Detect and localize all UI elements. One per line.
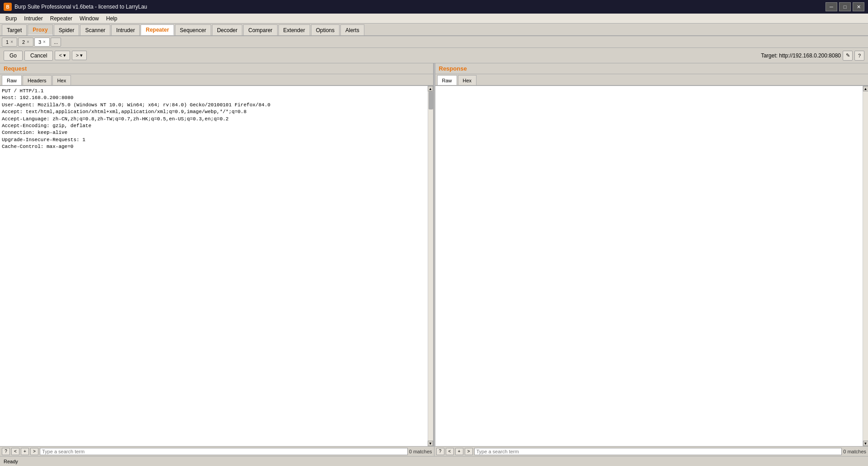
tab-options[interactable]: Options bbox=[311, 24, 340, 35]
edit-target-button[interactable]: ✎ bbox=[843, 51, 853, 61]
prev-button[interactable]: < ▾ bbox=[55, 51, 70, 60]
response-content: ▲ ▼ bbox=[435, 86, 868, 446]
response-search-add-button[interactable]: + bbox=[455, 448, 463, 455]
response-search-prev-button[interactable]: < bbox=[446, 448, 454, 455]
app-title: Burp Suite Professional v1.6beta - licen… bbox=[14, 4, 147, 10]
request-search-prev-button[interactable]: < bbox=[11, 448, 19, 455]
request-search-help-button[interactable]: ? bbox=[2, 448, 10, 455]
tab-alerts[interactable]: Alerts bbox=[340, 24, 364, 35]
repeater-tab-3[interactable]: 3 × bbox=[34, 38, 50, 47]
response-header: Response bbox=[435, 63, 868, 74]
response-tab-hex[interactable]: Hex bbox=[458, 75, 477, 85]
resp-scroll-down-icon[interactable]: ▼ bbox=[863, 441, 868, 446]
nav-tabs: Target Proxy Spider Scanner Intruder Rep… bbox=[0, 24, 868, 36]
tab-sequencer[interactable]: Sequencer bbox=[175, 24, 211, 35]
request-panel: Request Raw Headers Hex PUT / HTTP/1.1 H… bbox=[0, 63, 434, 446]
request-search-input[interactable] bbox=[40, 448, 408, 455]
tab-proxy[interactable]: Proxy bbox=[28, 24, 52, 35]
menu-burp[interactable]: Burp bbox=[2, 14, 20, 23]
request-search-next-button[interactable]: > bbox=[30, 448, 38, 455]
menu-intruder[interactable]: Intruder bbox=[20, 14, 46, 23]
menu-repeater[interactable]: Repeater bbox=[47, 14, 76, 23]
close-tab-1-icon[interactable]: × bbox=[10, 39, 13, 44]
response-tab-raw[interactable]: Raw bbox=[437, 75, 457, 85]
resp-scroll-track[interactable] bbox=[863, 91, 868, 441]
maximize-button[interactable]: □ bbox=[839, 2, 851, 11]
main-area: Request Raw Headers Hex PUT / HTTP/1.1 H… bbox=[0, 63, 868, 446]
menubar: Burp Intruder Repeater Window Help bbox=[0, 14, 868, 24]
menu-help[interactable]: Help bbox=[103, 14, 121, 23]
menu-window[interactable]: Window bbox=[76, 14, 103, 23]
request-scrollbar[interactable]: ▲ ▼ bbox=[428, 86, 433, 446]
next-button[interactable]: > ▾ bbox=[72, 51, 87, 60]
target-label: Target: http://192.168.0.200:8080 bbox=[761, 52, 841, 59]
tab-repeater[interactable]: Repeater bbox=[141, 24, 174, 35]
minimize-button[interactable]: ─ bbox=[826, 2, 837, 11]
statusbar: Ready bbox=[0, 456, 868, 466]
request-tab-headers[interactable]: Headers bbox=[23, 75, 52, 85]
status-text: Ready bbox=[4, 459, 18, 464]
request-textarea[interactable]: PUT / HTTP/1.1 Host: 192.168.0.200:8080 … bbox=[0, 86, 428, 446]
repeater-tab-2[interactable]: 2 × bbox=[18, 38, 33, 47]
request-header: Request bbox=[0, 63, 433, 74]
resp-scroll-up-icon[interactable]: ▲ bbox=[863, 86, 868, 91]
scroll-thumb[interactable] bbox=[429, 91, 433, 109]
titlebar-left: B Burp Suite Professional v1.6beta - lic… bbox=[4, 3, 147, 11]
response-search-panel: ? < + > 0 matches bbox=[434, 447, 868, 456]
request-content: PUT / HTTP/1.1 Host: 192.168.0.200:8080 … bbox=[0, 86, 433, 446]
request-tab-raw[interactable]: Raw bbox=[2, 75, 22, 85]
request-title: Request bbox=[4, 65, 27, 72]
tab-spider[interactable]: Spider bbox=[54, 24, 80, 35]
response-title: Response bbox=[439, 65, 467, 72]
repeater-tab-more[interactable]: ... bbox=[51, 38, 61, 47]
response-search-help-button[interactable]: ? bbox=[436, 448, 444, 455]
tab-scanner[interactable]: Scanner bbox=[80, 24, 110, 35]
response-scrollbar[interactable]: ▲ ▼ bbox=[863, 86, 868, 446]
tab-intruder[interactable]: Intruder bbox=[111, 24, 140, 35]
response-matches-label: 0 matches bbox=[843, 449, 866, 454]
close-tab-2-icon[interactable]: × bbox=[27, 39, 29, 44]
request-matches-label: 0 matches bbox=[409, 449, 432, 454]
titlebar: B Burp Suite Professional v1.6beta - lic… bbox=[0, 0, 868, 14]
request-tab-hex[interactable]: Hex bbox=[52, 75, 71, 85]
tab-target[interactable]: Target bbox=[2, 24, 27, 35]
repeater-tab-1[interactable]: 1 × bbox=[2, 38, 17, 47]
scroll-track[interactable] bbox=[428, 91, 433, 441]
close-tab-3-icon[interactable]: × bbox=[43, 39, 46, 44]
go-button[interactable]: Go bbox=[4, 51, 23, 61]
response-textarea[interactable] bbox=[435, 86, 863, 446]
tab-extender[interactable]: Extender bbox=[278, 24, 310, 35]
target-info: Target: http://192.168.0.200:8080 ✎ ? bbox=[761, 51, 864, 61]
bottom-search-bar: ? < + > 0 matches ? < + > 0 matches bbox=[0, 446, 868, 456]
request-search-add-button[interactable]: + bbox=[21, 448, 29, 455]
toolbar: Go Cancel < ▾ > ▾ Target: http://192.168… bbox=[0, 48, 868, 63]
repeater-tabs: 1 × 2 × 3 × ... bbox=[0, 36, 868, 48]
titlebar-controls[interactable]: ─ □ ✕ bbox=[826, 2, 864, 11]
scroll-up-icon[interactable]: ▲ bbox=[428, 86, 433, 91]
response-panel: Response Raw Hex ▲ ▼ bbox=[435, 63, 868, 446]
app-icon: B bbox=[4, 3, 12, 11]
scroll-down-icon[interactable]: ▼ bbox=[428, 441, 433, 446]
request-search-panel: ? < + > 0 matches bbox=[0, 447, 434, 456]
tab-decoder[interactable]: Decoder bbox=[212, 24, 242, 35]
close-button[interactable]: ✕ bbox=[853, 2, 864, 11]
help-target-button[interactable]: ? bbox=[854, 51, 864, 61]
cancel-button[interactable]: Cancel bbox=[24, 51, 53, 61]
request-subtabs: Raw Headers Hex bbox=[0, 74, 433, 86]
response-search-next-button[interactable]: > bbox=[465, 448, 473, 455]
response-subtabs: Raw Hex bbox=[435, 74, 868, 86]
tab-comparer[interactable]: Comparer bbox=[243, 24, 277, 35]
response-search-input[interactable] bbox=[474, 448, 842, 455]
